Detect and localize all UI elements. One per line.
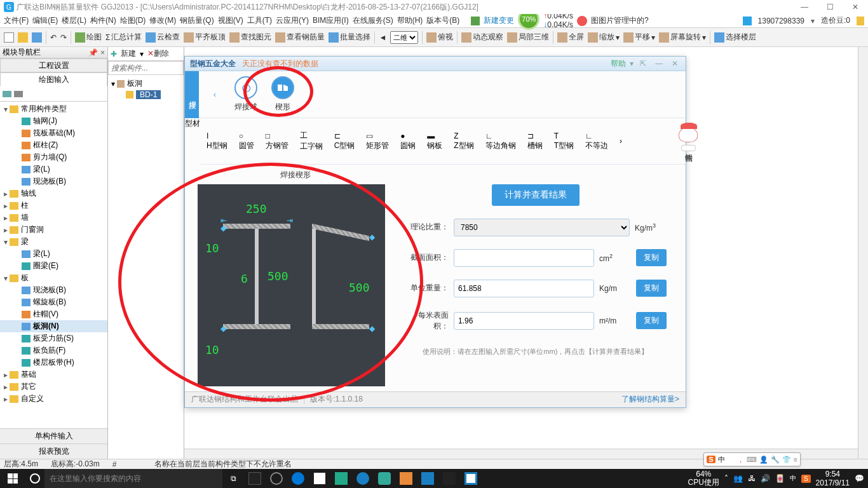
menu-item[interactable]: 绘图(D) — [120, 15, 146, 26]
component-search-input[interactable] — [108, 61, 184, 75]
new-file-icon[interactable] — [4, 32, 14, 43]
menu-item[interactable]: 文件(F) — [4, 15, 29, 26]
steel-item-3[interactable]: 工工字钢 — [300, 130, 323, 152]
vertical-scrollbar[interactable] — [858, 47, 868, 459]
nav-item[interactable]: 柱帽(V) — [0, 308, 107, 320]
steel-item-8[interactable]: ZZ型钢 — [454, 132, 473, 151]
side-tab-steel[interactable]: 型材 — [185, 118, 200, 129]
nav-item[interactable]: 剪力墙(Q) — [0, 151, 107, 163]
nav-item[interactable]: 现浇板(B) — [0, 284, 107, 296]
app-icon-5[interactable] — [374, 469, 395, 488]
app-icon-2[interactable] — [266, 469, 287, 488]
profile-diagram[interactable]: ⇤⇥ ◆◆ ◆◆ 250 10 6 500 500 10 — [198, 184, 385, 386]
pan-button[interactable]: 平移▾ — [623, 32, 655, 43]
ime-user[interactable]: 👤 — [759, 456, 768, 464]
steel-item-2[interactable]: □方钢管 — [266, 132, 288, 151]
taskview-icon[interactable]: ⧉ — [222, 469, 244, 488]
collapse-icon[interactable] — [14, 91, 23, 97]
screen-rotate-button[interactable]: 屏幕旋转▾ — [659, 32, 706, 43]
tray-sogou-icon[interactable]: S — [801, 475, 811, 483]
pin-icon[interactable]: 📌 — [88, 48, 98, 57]
cpu-meter[interactable]: 64%CPU使用 — [688, 470, 719, 487]
menu-item[interactable]: 在线服务(S) — [353, 15, 393, 26]
dim-height[interactable]: 500 — [268, 269, 288, 283]
nav-group[interactable]: ▸门窗洞 — [0, 224, 107, 236]
dim-top-width[interactable]: 250 — [246, 202, 267, 215]
app-icon-4[interactable] — [352, 469, 374, 488]
surface-input[interactable] — [454, 312, 594, 330]
assistant-float[interactable]: 钢构软件 — [677, 127, 699, 151]
view-mode-prev[interactable]: ◄ — [379, 33, 386, 42]
dialog-close-icon[interactable]: ✕ — [669, 59, 681, 68]
select-floor-button[interactable]: 选择楼层 — [714, 32, 756, 43]
report-preview-tab[interactable]: 报表预览 — [0, 444, 107, 459]
draw-button[interactable]: 绘图 — [75, 32, 102, 43]
tray-net-icon[interactable]: 🖧 — [748, 474, 756, 483]
nav-group[interactable]: ▸基础 — [0, 369, 107, 381]
zoom-button[interactable]: 缩放▾ — [588, 32, 620, 43]
redo-icon[interactable]: ↷ — [60, 33, 67, 42]
copy-weight-button[interactable]: 复制 — [636, 280, 667, 297]
close-pane-icon[interactable]: × — [100, 48, 105, 57]
price-label[interactable]: 造价豆:0 — [821, 15, 850, 26]
maximize-button[interactable]: ☐ — [817, 0, 843, 14]
menu-item[interactable]: 修改(M) — [149, 15, 176, 26]
taskbar-search[interactable]: 在这里输入你要搜索的内容 — [44, 469, 222, 488]
tray-people-icon[interactable]: 👥 — [733, 474, 743, 483]
dialog-pin-icon[interactable]: ⇱ — [637, 59, 649, 68]
steel-item-1[interactable]: ○圆管 — [239, 132, 254, 151]
view-mode-select[interactable]: 二维 — [390, 31, 418, 44]
flat-top-button[interactable]: 平齐板顶 — [184, 32, 226, 43]
unit-weight-input[interactable] — [454, 280, 594, 297]
nav-item[interactable]: 梁(L) — [0, 163, 107, 175]
dynamic-view-button[interactable]: 动态观察 — [461, 32, 503, 43]
fullscreen-button[interactable]: 全屏 — [557, 32, 584, 43]
app-icon-7[interactable] — [417, 469, 438, 488]
steel-item-0[interactable]: IH型钢 — [207, 132, 227, 151]
tree-root[interactable]: ▾板洞 — [109, 78, 182, 90]
copy-area-button[interactable]: 复制 — [636, 249, 667, 266]
top-view-button[interactable]: 俯视 — [426, 32, 453, 43]
nav-right-icon[interactable]: › — [620, 137, 622, 146]
local-3d-button[interactable]: 局部三维 — [507, 32, 549, 43]
nav-item[interactable]: 圈梁(E) — [0, 260, 107, 272]
view-rebar-button[interactable]: 查看钢筋量 — [275, 32, 325, 43]
dialog-help-button[interactable]: 帮助 — [611, 58, 626, 69]
phone-label[interactable]: 13907298339 — [758, 17, 804, 25]
steel-item-5[interactable]: ▭矩形管 — [366, 132, 389, 151]
dialog-minimize-icon[interactable]: — — [653, 59, 665, 68]
nav-item[interactable]: 螺旋板(B) — [0, 296, 107, 308]
open-file-icon[interactable] — [18, 32, 28, 43]
weld-wedge-button[interactable]: 楔形 — [271, 76, 294, 112]
steel-item-9[interactable]: ∟等边角钢 — [485, 132, 516, 151]
sigma-button[interactable]: Σ 汇总计算 — [105, 32, 142, 43]
nav-item[interactable]: 板负筋(F) — [0, 344, 107, 356]
nav-group[interactable]: ▾板 — [0, 272, 107, 284]
steel-item-12[interactable]: ∟不等边 — [585, 132, 608, 151]
menu-item[interactable]: 楼层(L) — [62, 15, 86, 26]
area-input[interactable] — [454, 249, 594, 267]
tab-draw-input[interactable]: 绘图输入 — [0, 72, 107, 86]
nav-left-icon[interactable]: ‹ — [209, 83, 220, 106]
ime-menu[interactable]: ≡ — [794, 456, 797, 463]
tray-ime-lang[interactable]: 中 — [790, 474, 796, 483]
tab-project-settings[interactable]: 工程设置 — [0, 58, 107, 72]
menu-item[interactable]: 云应用(Y) — [276, 15, 309, 26]
cloud-check-button[interactable]: 云检查 — [146, 32, 180, 43]
ime-float[interactable]: S 中 ゝ ， ⌨ 👤 🔧 👕 ≡ — [703, 452, 801, 466]
tray-up-icon[interactable]: ˄ — [724, 474, 728, 483]
new-component-button[interactable]: 新建 — [121, 48, 136, 59]
menu-item[interactable]: 构件(N) — [90, 15, 116, 26]
start-button[interactable] — [0, 469, 25, 488]
nav-item[interactable]: 楼层板带(H) — [0, 356, 107, 369]
copy-surface-button[interactable]: 复制 — [636, 312, 667, 329]
menu-item[interactable]: 钢筋量(Q) — [180, 15, 214, 26]
find-entity-button[interactable]: 查找图元 — [229, 32, 271, 43]
nav-item[interactable]: 板受力筋(S) — [0, 332, 107, 344]
nav-item[interactable]: 轴网(J) — [0, 115, 107, 127]
batch-select-button[interactable]: 批量选择 — [329, 32, 370, 43]
nav-item[interactable]: 板洞(N) — [0, 320, 107, 332]
menu-item[interactable]: BIM应用(I) — [313, 15, 349, 26]
tray-ime-icon[interactable]: 🀄 — [775, 474, 785, 483]
nav-group[interactable]: ▾梁 — [0, 236, 107, 248]
